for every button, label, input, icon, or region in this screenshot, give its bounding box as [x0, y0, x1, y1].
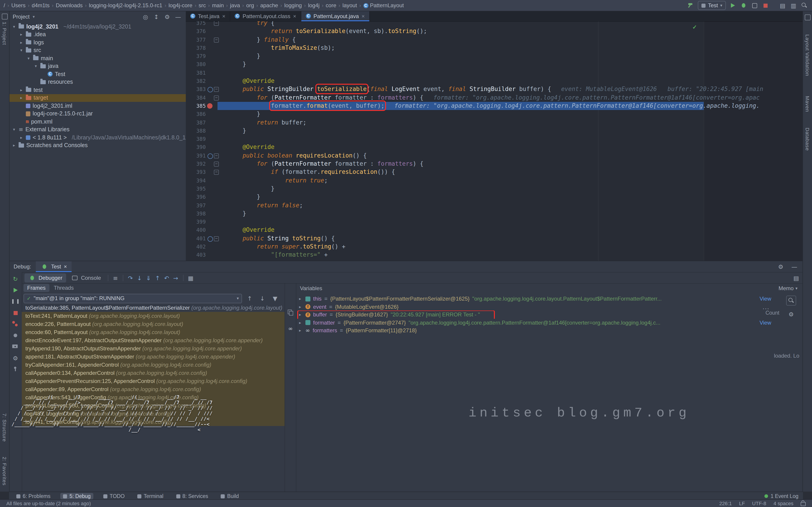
frame-row[interactable]: encode:60, PatternLayout (org.apache.log… [22, 328, 285, 336]
toolwindow-button-build[interactable]: Build [218, 493, 242, 499]
code-line[interactable]: 385 formatter.format(event, buffer);form… [186, 102, 803, 110]
line-number[interactable]: 393 [186, 168, 206, 176]
chevron-down-icon[interactable]: ▾ [32, 14, 36, 19]
tree-item[interactable]: log4j2_3201.iml [9, 102, 186, 110]
settings-gear-icon[interactable]: ⚙ [11, 354, 19, 362]
breadcrumb-item[interactable]: apache [260, 2, 278, 9]
code-line[interactable]: 386 } [186, 110, 803, 119]
line-number[interactable]: 380 [186, 60, 206, 69]
line-number[interactable]: 381 [186, 69, 206, 77]
chevron-right-icon[interactable]: ▸ [299, 319, 303, 327]
code-line[interactable]: 396 } [186, 193, 803, 201]
drop-frame-icon[interactable]: ↶ [163, 274, 171, 282]
breadcrumb-item[interactable]: java [230, 2, 240, 9]
line-number[interactable]: 395 [186, 185, 206, 193]
tree-item[interactable]: ▸logs [9, 39, 186, 46]
breadcrumb-item[interactable]: Users [11, 2, 26, 9]
tool-windows-icon[interactable]: ▥ [789, 1, 798, 9]
chevron-right-icon[interactable]: ▸ [299, 295, 303, 303]
code-line[interactable]: 399 [186, 218, 803, 226]
chevron-right-icon[interactable]: ▸ [19, 33, 23, 37]
frame-row[interactable]: log:441, LoggerConfig (org.apache.loggin… [22, 418, 285, 426]
restore-layout-icon[interactable]: ▤ [792, 274, 800, 282]
code-line[interactable]: 375– try { [186, 21, 803, 27]
tree-item[interactable]: ▸Scratches and Consoles [9, 142, 186, 150]
line-number[interactable]: 397 [186, 201, 206, 210]
breadcrumb-item[interactable]: src [199, 2, 206, 9]
chevron-down-icon[interactable]: ▾ [34, 64, 38, 69]
evaluate-expression-icon[interactable]: ▦ [187, 274, 195, 282]
resume-icon[interactable] [11, 286, 19, 294]
line-number[interactable]: 382 [186, 77, 206, 85]
code-line[interactable]: 376 return toSerializable(event, sb).toS… [186, 27, 803, 36]
chevron-right-icon[interactable]: ▸ [12, 143, 16, 148]
line-number[interactable]: 398 [186, 210, 206, 218]
line-number[interactable]: 389 [186, 135, 206, 143]
pause-icon[interactable] [11, 297, 19, 305]
line-number[interactable]: 375 [186, 21, 206, 27]
breadcrumb-item[interactable]: logging [284, 2, 302, 9]
code-line[interactable]: 402 return super.toString() + [186, 243, 803, 251]
line-number[interactable]: 400 [186, 226, 206, 234]
line-number[interactable]: 386 [186, 110, 206, 119]
fold-marker[interactable]: – [214, 95, 219, 100]
chevron-right-icon[interactable]: ▸ [299, 302, 303, 311]
tab-threads[interactable]: Threads [50, 284, 77, 292]
pin-icon[interactable] [11, 365, 19, 374]
tree-item[interactable]: ▸test [9, 86, 186, 94]
frame-row[interactable]: callAppender:89, AppenderControl (org.ap… [22, 385, 285, 393]
frame-row[interactable]: callAppenders:543, LoggerConfig (org.apa… [22, 393, 285, 401]
layout-grid-icon[interactable]: ▤ [778, 1, 786, 9]
editor-tab[interactable]: CTest.java× [186, 11, 231, 21]
code-line[interactable]: 387 return buffer; [186, 118, 803, 127]
code-line[interactable]: 380 } [186, 60, 803, 69]
fold-marker[interactable]: – [214, 236, 219, 241]
settings-gear-icon[interactable]: ⚙ [777, 263, 785, 271]
chevron-right-icon[interactable]: ▸ [19, 135, 23, 140]
breadcrumb-item[interactable]: log4j [308, 2, 320, 9]
infinity-icon[interactable]: ∞ [286, 325, 295, 333]
tree-item[interactable]: ▾≡External Libraries [9, 126, 186, 133]
tree-item[interactable]: mpom.xml [9, 118, 186, 126]
stripe-item-database[interactable]: Database [805, 128, 810, 151]
breadcrumb-item[interactable]: d4m1ts [32, 2, 50, 9]
line-number[interactable]: 379 [186, 52, 206, 60]
code-line[interactable]: 388 } [186, 127, 803, 135]
coverage-icon[interactable] [750, 1, 759, 9]
toolwindow-button-todo[interactable]: TODO [101, 493, 127, 499]
frame-row[interactable]: encode:226, PatternLayout (org.apache.lo… [22, 320, 285, 328]
tree-item[interactable]: log4j-core-2.15.0-rc1.jar [9, 110, 186, 118]
force-step-into-icon[interactable]: ⇓ [145, 274, 153, 282]
code-area[interactable]: 375– try {376 return toSerializable(even… [186, 21, 803, 261]
breadcrumb-item[interactable]: CPatternLayout [363, 2, 404, 9]
frame-row[interactable]: callAppender0:134, AppenderControl (org.… [22, 369, 285, 377]
override-gutter-icon[interactable] [208, 154, 213, 159]
fold-marker[interactable]: – [214, 170, 219, 175]
frame-row[interactable]: directEncodeEvent:197, AbstractOutputStr… [22, 336, 285, 344]
line-number[interactable]: 378 [186, 44, 206, 52]
tab-frames[interactable]: Frames [23, 284, 49, 292]
code-line[interactable]: 384– for (PatternFormatter formatter : f… [186, 94, 803, 102]
file-encoding[interactable]: UTF-8 [752, 501, 766, 506]
breadcrumb-item[interactable]: Downloads [56, 2, 83, 9]
variable-row[interactable]: ▸∞formatters = {PatternFormatter[11]@271… [295, 327, 803, 335]
tree-item[interactable]: ▸.idea [9, 31, 186, 39]
code-line[interactable]: 382 @Override [186, 77, 803, 85]
frame-row[interactable]: callAppenderPreventRecursion:125, Append… [22, 377, 285, 385]
close-icon[interactable]: × [64, 264, 67, 270]
notifications-icon[interactable] [805, 14, 811, 20]
code-line[interactable]: 377– } finally { [186, 36, 803, 44]
mute-breakpoints-icon[interactable] [11, 331, 19, 340]
editor-tab[interactable]: CPatternLayout.class× [231, 11, 301, 21]
code-line[interactable]: 400 @Override [186, 226, 803, 234]
override-gutter-icon[interactable] [208, 87, 213, 93]
breadcrumb-item[interactable]: log4j-core [168, 2, 192, 9]
hide-icon[interactable]: — [174, 13, 182, 21]
code-line[interactable]: 392– for (PatternFormatter formatter : f… [186, 160, 803, 168]
frame-row[interactable]: log:483, LoggerConfig (org.apache.loggin… [22, 410, 285, 418]
line-number[interactable]: 377 [186, 36, 206, 44]
variable-row[interactable]: ▸fbuffer = {StringBuilder@1627} "20:22:4… [295, 311, 803, 319]
stripe-item-favorites[interactable]: 2: Favorites [2, 456, 7, 485]
code-line[interactable]: 403 "[formatters=" + [186, 251, 803, 260]
debugger-tab-console[interactable]: Console [67, 273, 104, 282]
